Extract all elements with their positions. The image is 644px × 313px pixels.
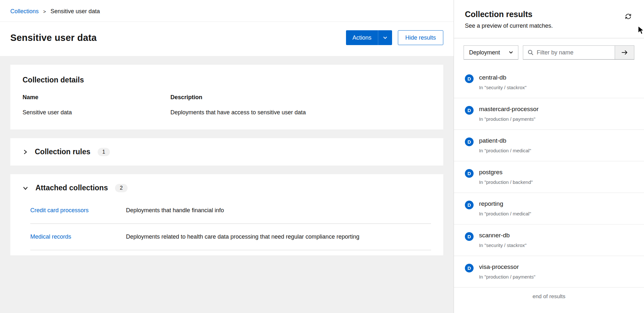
result-name: central-db: [479, 74, 526, 81]
table-row: Medical records Deployments related to h…: [30, 224, 431, 250]
deployment-type-icon: D: [465, 106, 474, 115]
filter-search-group: [523, 45, 634, 60]
name-label: Name: [23, 94, 170, 101]
deployment-type-icon: D: [465, 169, 474, 178]
result-text: reporting In "production / medical": [479, 200, 531, 216]
result-text: postgres In "production / backend": [479, 169, 533, 185]
app-root: Collections > Sensitive user data Sensit…: [0, 0, 644, 313]
attached-collections-title: Attached collections: [35, 184, 108, 192]
result-text: scanner-db In "security / stackrox": [479, 232, 526, 248]
breadcrumb-current: Sensitive user data: [51, 8, 100, 15]
result-name: scanner-db: [479, 232, 526, 239]
deployment-type-icon: D: [465, 201, 474, 209]
result-text: mastercard-processor In "production / pa…: [479, 106, 539, 122]
attached-collection-description: Deployments related to health care data …: [126, 233, 431, 240]
chevron-down-icon: [509, 51, 513, 54]
filter-by-name-input[interactable]: [533, 49, 615, 56]
collection-rules-card[interactable]: Collection rules 1: [10, 138, 443, 166]
end-of-results-text: end of results: [454, 288, 644, 308]
attached-collections-header[interactable]: Attached collections 2: [23, 184, 431, 192]
entity-type-select[interactable]: Deployment: [464, 45, 518, 60]
actions-button[interactable]: Actions: [346, 30, 392, 45]
results-panel-subtitle: See a preview of current matches.: [465, 23, 633, 29]
list-item: D postgres In "production / backend": [454, 161, 644, 193]
results-list: D central-db In "security / stackrox" D …: [454, 67, 644, 313]
results-panel-header: Collection results See a preview of curr…: [454, 0, 644, 38]
result-location: In "production / backend": [479, 179, 533, 185]
page-header: Sensitive user data Actions Hide results: [0, 22, 454, 56]
header-buttons: Actions Hide results: [346, 30, 443, 45]
attached-collections-card: Attached collections 2 Credit card proce…: [10, 174, 443, 255]
arrow-right-icon: [621, 50, 628, 55]
collection-details-grid: Name Description Sensitive user data Dep…: [23, 94, 431, 116]
actions-button-label: Actions: [346, 34, 378, 41]
result-text: patient-db In "production / medical": [479, 137, 531, 153]
results-toolbar: Deployment: [454, 38, 644, 67]
result-location: In "production / medical": [479, 211, 531, 216]
result-location: In "production / payments": [479, 116, 539, 122]
breadcrumb: Collections > Sensitive user data: [10, 8, 443, 15]
search-icon: [528, 50, 533, 55]
main-column: Collections > Sensitive user data Sensit…: [0, 0, 454, 313]
chevron-down-icon[interactable]: [23, 185, 28, 191]
deployment-type-icon: D: [465, 138, 474, 146]
collection-details-card: Collection details Name Description Sens…: [10, 65, 443, 129]
list-item: D visa-processor In "production / paymen…: [454, 256, 644, 288]
breadcrumb-separator-icon: >: [43, 9, 46, 14]
collection-rules-count-badge: 1: [98, 148, 110, 156]
result-location: In "production / medical": [479, 148, 531, 153]
results-panel-title: Collection results: [465, 10, 633, 19]
deployment-type-icon: D: [465, 74, 474, 83]
result-name: reporting: [479, 200, 531, 207]
list-item: D scanner-db In "security / stackrox": [454, 224, 644, 256]
list-item: D central-db In "security / stackrox": [454, 67, 644, 98]
list-item: D patient-db In "production / medical": [454, 130, 644, 161]
deployment-type-icon: D: [465, 264, 474, 272]
description-label: Description: [170, 94, 431, 101]
attached-collection-description: Deployments that handle financial info: [126, 207, 431, 214]
list-item: D reporting In "production / medical": [454, 193, 644, 224]
result-name: mastercard-processor: [479, 106, 539, 113]
attached-collection-link[interactable]: Medical records: [30, 233, 126, 240]
name-value: Sensitive user data: [23, 109, 170, 116]
collection-results-panel: Collection results See a preview of curr…: [454, 0, 644, 313]
breadcrumb-bar: Collections > Sensitive user data: [0, 0, 454, 22]
table-row: Credit card processors Deployments that …: [30, 197, 431, 224]
collection-rules-title: Collection rules: [35, 147, 91, 156]
attached-collection-link[interactable]: Credit card processors: [30, 207, 126, 214]
collection-details-title: Collection details: [23, 76, 431, 84]
apply-filter-button[interactable]: [615, 46, 634, 59]
deployment-type-icon: D: [465, 232, 474, 241]
result-text: central-db In "security / stackrox": [479, 74, 526, 90]
main-content: Collection details Name Description Sens…: [0, 56, 454, 313]
refresh-icon: [625, 13, 632, 20]
chevron-down-icon: [378, 36, 392, 39]
result-name: visa-processor: [479, 263, 535, 270]
entity-type-value: Deployment: [469, 49, 500, 56]
result-location: In "production / payments": [479, 274, 535, 280]
chevron-right-icon[interactable]: [23, 149, 28, 155]
breadcrumb-collections-link[interactable]: Collections: [10, 8, 39, 15]
description-value: Deployments that have access to sensitiv…: [170, 109, 431, 116]
result-location: In "security / stackrox": [479, 242, 526, 248]
attached-collections-list: Credit card processors Deployments that …: [30, 197, 431, 250]
hide-results-button[interactable]: Hide results: [398, 30, 443, 45]
list-item: D mastercard-processor In "production / …: [454, 98, 644, 130]
attached-collections-count-badge: 2: [115, 184, 128, 192]
result-text: visa-processor In "production / payments…: [479, 263, 535, 280]
refresh-button[interactable]: [625, 13, 632, 20]
result-name: patient-db: [479, 137, 531, 144]
result-name: postgres: [479, 169, 533, 176]
page-title: Sensitive user data: [10, 33, 97, 43]
result-location: In "security / stackrox": [479, 85, 526, 90]
